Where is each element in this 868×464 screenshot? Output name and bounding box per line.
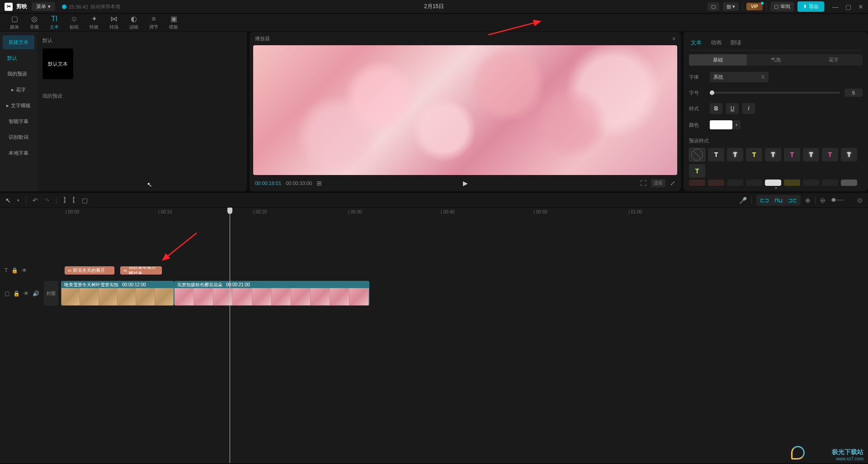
zoom-fit[interactable]: ⊙ xyxy=(857,197,863,204)
pointer-tool[interactable]: ↖ xyxy=(5,197,11,204)
eye-icon[interactable]: 👁 xyxy=(24,290,29,297)
tab-贴纸[interactable]: ☺贴纸 xyxy=(64,15,84,30)
timeline-ruler[interactable]: | 00:00| 00:10| 00:20| 00:30| 00:40| 00:… xyxy=(0,208,868,218)
review-button[interactable]: ▢审阅 xyxy=(770,2,794,11)
preset-8[interactable]: T xyxy=(841,148,857,161)
italic-button[interactable]: I xyxy=(742,103,755,114)
mic-icon[interactable]: 🎤 xyxy=(739,197,747,204)
cover-button[interactable]: 封面 xyxy=(44,281,58,306)
preset-2[interactable]: T xyxy=(727,148,743,161)
watermark: 极光下载站 www.xz7.com xyxy=(832,448,863,461)
preset-3[interactable]: T xyxy=(746,148,762,161)
color-swatch[interactable] xyxy=(710,120,732,129)
rp-subtab-花字[interactable]: 花字 xyxy=(805,54,863,66)
size-slider[interactable] xyxy=(710,92,840,94)
font-select[interactable]: 系统⇅ xyxy=(710,72,769,82)
eye-icon[interactable]: 👁 xyxy=(22,267,27,274)
preset-1[interactable]: T xyxy=(708,148,724,161)
tab-文本[interactable]: TI文本 xyxy=(44,15,64,30)
pointer-dropdown[interactable]: ▾ xyxy=(17,198,19,203)
lock-icon[interactable]: 🔒 xyxy=(11,267,18,274)
bold-button[interactable]: B xyxy=(710,103,722,114)
size-input[interactable]: 5 xyxy=(844,89,863,97)
playhead[interactable] xyxy=(230,208,230,463)
sidebar-智能字幕[interactable]: 智能字幕 xyxy=(3,114,34,128)
default-text-preset[interactable]: 默认文本 xyxy=(42,48,73,79)
magnet-right[interactable]: ⊐⊏ xyxy=(785,196,800,205)
preset-row2-7[interactable] xyxy=(803,180,819,186)
color-dropdown[interactable]: ▾ xyxy=(732,120,741,129)
tab-媒体[interactable]: ▢媒体 xyxy=(5,14,24,30)
preset-4[interactable]: T xyxy=(765,148,781,161)
autosave-status: 15:36:42 自动保存本地 xyxy=(62,3,120,10)
preset-row2-5[interactable] xyxy=(765,180,781,186)
text-clip[interactable]: ııı听见冬天的离开 xyxy=(65,266,114,275)
mute-icon[interactable]: 🔊 xyxy=(33,290,39,297)
sidebar-本地字幕[interactable]: 本地字幕 xyxy=(3,146,34,160)
player-canvas[interactable] xyxy=(253,45,677,175)
title-bar: ✂ 剪映 菜单▾ 15:36:42 自动保存本地 2月15日 ▢ ▥ ▾ VIP… xyxy=(0,0,868,14)
滤镜-icon: ◐ xyxy=(131,14,137,23)
minimize-button[interactable]: — xyxy=(832,3,839,10)
ratio-selector[interactable]: 适应 xyxy=(651,179,665,187)
split-tool[interactable]: 】【 xyxy=(63,196,75,204)
sidebar-花字[interactable]: ▸ 花字 xyxy=(3,83,34,97)
preset-5[interactable]: T xyxy=(784,148,800,161)
rp-subtab-基础[interactable]: 基础 xyxy=(689,54,747,66)
preset-row2-3[interactable] xyxy=(727,180,743,186)
vip-button[interactable]: VIP xyxy=(746,3,763,10)
tab-调节[interactable]: ≡调节 xyxy=(144,15,164,30)
delete-tool[interactable]: ▢ xyxy=(82,197,88,204)
align-tool[interactable]: ⊕ xyxy=(805,197,811,204)
zoom-slider[interactable] xyxy=(830,199,844,201)
tab-特效[interactable]: ✦特效 xyxy=(84,14,104,30)
rp-subtab-气泡[interactable]: 气泡 xyxy=(747,54,805,66)
preset-0[interactable] xyxy=(689,148,705,161)
magnet-center[interactable]: ⊓⊔ xyxy=(772,196,785,205)
preset-7[interactable]: T xyxy=(822,148,838,161)
redo-button[interactable]: ↷ xyxy=(44,197,50,204)
zoom-out[interactable]: ⊖ xyxy=(820,197,826,204)
underline-button[interactable]: U xyxy=(726,103,739,114)
rp-tab-文本[interactable]: 文本 xyxy=(691,39,702,47)
sidebar-识别歌词[interactable]: 识别歌词 xyxy=(3,130,34,144)
preset-row2-1[interactable] xyxy=(689,180,705,186)
video-clip[interactable]: 实景拍摄粉色樱花花朵00:00:21:00 xyxy=(174,281,369,306)
sidebar-默认[interactable]: 默认 xyxy=(3,51,34,65)
menu-dropdown[interactable]: 菜单▾ xyxy=(32,2,55,11)
tab-转场[interactable]: ⋈转场 xyxy=(104,14,124,30)
rp-tab-动画[interactable]: 动画 xyxy=(711,39,722,47)
export-button[interactable]: ⬆导出 xyxy=(797,1,824,12)
tab-模板[interactable]: ▣模板 xyxy=(164,14,184,30)
scan-icon[interactable]: ⛶ xyxy=(640,180,646,187)
tab-音频[interactable]: ◎音频 xyxy=(24,14,44,30)
lock-icon[interactable]: 🔒 xyxy=(13,290,20,297)
preset-9[interactable]: T xyxy=(689,164,705,178)
video-clip[interactable]: 唯美雪景冬天树叶雪景实拍00:00:12:00 xyxy=(61,281,174,306)
layout-button-2[interactable]: ▥ ▾ xyxy=(723,2,739,11)
sidebar-新建文本[interactable]: 新建文本 xyxy=(3,35,34,49)
undo-button[interactable]: ↶ xyxy=(33,197,38,204)
magnet-left[interactable]: ⊏⊐ xyxy=(757,196,772,205)
color-label: 颜色 xyxy=(689,122,705,128)
preset-6[interactable]: T xyxy=(803,148,819,161)
layout-button-1[interactable]: ▢ xyxy=(708,2,719,11)
grid-icon[interactable]: ⊞ xyxy=(316,180,322,187)
expand-presets-icon[interactable]: ▾ xyxy=(775,185,777,190)
preset-row2-9[interactable] xyxy=(841,180,857,186)
sidebar-我的预设[interactable]: 我的预设 xyxy=(3,67,34,81)
close-button[interactable]: ✕ xyxy=(858,3,863,10)
tab-滤镜[interactable]: ◐滤镜 xyxy=(124,14,144,30)
rp-tab-朗读[interactable]: 朗读 xyxy=(731,39,741,47)
preset-row2-6[interactable] xyxy=(784,180,800,186)
sidebar-文字模板[interactable]: ▸ 文字模板 xyxy=(3,99,34,113)
player-menu-icon[interactable]: ≡ xyxy=(673,36,675,41)
text-clip[interactable]: ııı我在某年某月醒过来 xyxy=(120,266,162,275)
fullscreen-icon[interactable]: ⤢ xyxy=(670,180,675,187)
preset-row2-4[interactable] xyxy=(746,180,762,186)
play-button[interactable]: ▶ xyxy=(463,180,468,187)
preset-row2-2[interactable] xyxy=(708,180,724,186)
转场-icon: ⋈ xyxy=(110,14,118,23)
preset-row2-8[interactable] xyxy=(822,180,838,186)
maximize-button[interactable]: ▢ xyxy=(845,3,851,10)
